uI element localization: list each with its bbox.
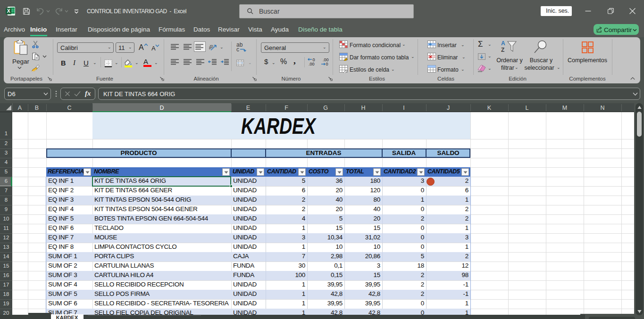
svg-text:Z: Z	[501, 47, 504, 53]
svg-text:X: X	[7, 8, 10, 14]
svg-text:0: 0	[326, 62, 328, 66]
svg-text:c: c	[236, 46, 239, 52]
svg-text:A: A	[501, 40, 505, 47]
svg-text:.00: .00	[309, 62, 315, 66]
